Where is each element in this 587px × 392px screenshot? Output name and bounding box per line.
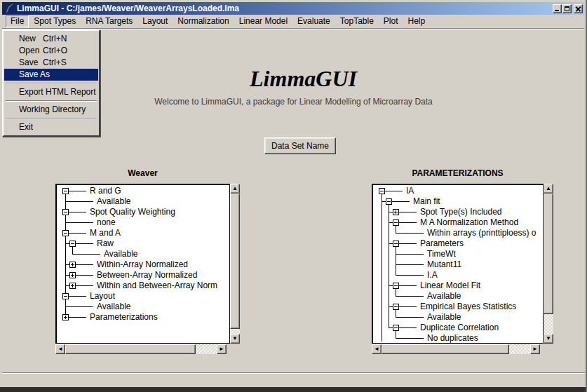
expand-box-icon[interactable]	[62, 314, 69, 320]
scroll-left-button[interactable]: ◄	[372, 344, 382, 354]
tree-item-within-array-normalized[interactable]: Within-Array Normalized	[97, 259, 188, 270]
tree-item-duplicate-correlation[interactable]: Duplicate Correlation	[420, 323, 499, 333]
collapse-box-icon[interactable]	[379, 188, 385, 194]
scrollbar-track[interactable]	[544, 314, 553, 334]
tree-item-ia[interactable]: IA	[406, 186, 414, 196]
collapse-box-icon[interactable]	[386, 198, 392, 205]
maximize-button[interactable]	[562, 4, 572, 13]
scrollbar-thumb[interactable]	[65, 344, 196, 354]
menubar-item-help[interactable]: Help	[403, 15, 431, 27]
collapse-box-icon[interactable]	[393, 283, 399, 289]
tree-item-parameterizations[interactable]: Parameterizations	[90, 312, 158, 323]
close-button[interactable]	[574, 4, 583, 13]
scroll-down-button[interactable]: ▼	[544, 334, 553, 344]
tree-connector-line	[385, 191, 403, 191]
tree-connector-line	[392, 201, 410, 202]
scrollbar-thumb[interactable]	[544, 194, 553, 314]
menu-item-save[interactable]: SaveCtrl+S	[4, 57, 98, 69]
collapse-box-icon[interactable]	[62, 188, 69, 194]
tree-item-linear-model-fit[interactable]: Linear Model Fit	[420, 281, 480, 291]
window-bottom-edge	[0, 387, 587, 392]
tree-item-i-a[interactable]: I.A	[427, 270, 438, 281]
collapse-box-icon[interactable]	[62, 230, 69, 236]
tree-item-m-a-normalization-method[interactable]: M A Normalization Method	[420, 217, 518, 228]
parameterizations-vertical-scrollbar[interactable]: ▲ ▼	[544, 184, 553, 344]
tree-item-available[interactable]: Available	[97, 196, 130, 207]
scroll-left-button[interactable]: ◄	[55, 344, 65, 354]
weaver-tree[interactable]: R and GAvailableSpot Quality Weightingno…	[55, 184, 230, 344]
collapse-box-icon[interactable]	[393, 325, 399, 331]
tree-connector-line	[69, 191, 86, 191]
tree-item-empirical-bayes-statistics[interactable]: Empirical Bayes Statistics	[420, 302, 516, 312]
scrollbar-track[interactable]	[196, 344, 217, 354]
tree-item-none[interactable]: none	[97, 217, 116, 228]
tree-item-available[interactable]: Available	[104, 249, 137, 259]
menu-item-new[interactable]: NewCtrl+N	[4, 33, 98, 45]
minimize-button[interactable]	[553, 4, 562, 13]
tree-item-raw[interactable]: Raw	[97, 238, 114, 249]
menubar-item-normalization[interactable]: Normalization	[173, 15, 234, 27]
tree-item-main-fit[interactable]: Main fit	[413, 196, 440, 207]
menu-item-exit[interactable]: Exit	[4, 121, 98, 133]
scroll-down-button[interactable]: ▼	[230, 334, 240, 344]
tree-item-within-arrays-printtiploess-o[interactable]: Within arrays (printtiploess) o	[427, 228, 536, 238]
tree-item-spot-quality-weighting[interactable]: Spot Quality Weighting	[90, 207, 175, 217]
scroll-up-button[interactable]: ▲	[230, 184, 240, 194]
tree-item-mutant11[interactable]: Mutant11	[427, 259, 461, 270]
weaver-horizontal-scrollbar[interactable]: ◄ ►	[55, 344, 227, 354]
title-bar[interactable]: LimmaGUI - C:/james/Weaver/WeaverArraysL…	[2, 2, 584, 15]
expand-box-icon[interactable]	[69, 283, 76, 289]
menubar-item-toptable[interactable]: TopTable	[335, 15, 379, 27]
menu-item-shortcut: Ctrl+N	[43, 33, 67, 45]
expand-box-icon[interactable]	[69, 262, 76, 268]
collapse-box-icon[interactable]	[393, 241, 399, 247]
tree-item-available[interactable]: Available	[427, 312, 461, 323]
tree-connector-line	[65, 222, 93, 223]
tree-item-layout[interactable]: Layout	[90, 291, 115, 302]
menu-item-label: Save	[19, 58, 38, 67]
menu-item-export-html-report[interactable]: Export HTML Report	[4, 86, 98, 98]
tree-item-available[interactable]: Available	[97, 302, 130, 312]
menu-item-save-as[interactable]: Save As	[4, 69, 98, 81]
tree-item-spot-type-s-included[interactable]: Spot Type(s) Included	[420, 207, 502, 217]
scrollbar-thumb[interactable]	[382, 344, 509, 354]
collapse-box-icon[interactable]	[69, 241, 76, 247]
tree-item-no-duplicates[interactable]: No duplicates	[427, 333, 478, 344]
menu-item-open[interactable]: OpenCtrl+O	[4, 45, 98, 57]
parameterizations-tree[interactable]: IAMain fitSpot Type(s) IncludedM A Norma…	[372, 184, 544, 344]
tree-item-available[interactable]: Available	[427, 291, 461, 302]
scrollbar-thumb[interactable]	[230, 194, 240, 329]
scroll-up-button[interactable]: ▲	[544, 184, 553, 194]
menubar-item-rna-targets[interactable]: RNA Targets	[81, 15, 137, 27]
collapse-box-icon[interactable]	[62, 293, 69, 299]
expand-box-icon[interactable]	[69, 272, 76, 278]
menu-item-label: Save As	[19, 69, 50, 79]
tree-item-timewt[interactable]: TimeWt	[427, 249, 456, 259]
tree-item-parameters[interactable]: Parameters	[420, 238, 464, 249]
collapse-box-icon[interactable]	[393, 219, 399, 226]
menubar-item-linear-model[interactable]: Linear Model	[234, 15, 292, 27]
tree-item-m-and-a[interactable]: M and A	[90, 228, 121, 238]
weaver-vertical-scrollbar[interactable]: ▲ ▼	[230, 184, 240, 344]
parameterizations-horizontal-scrollbar[interactable]: ◄ ►	[372, 344, 540, 354]
menu-item-working-directory[interactable]: Working Directory	[4, 104, 98, 116]
menubar-item-spot-types[interactable]: Spot Types	[29, 15, 81, 27]
scrollbar-track[interactable]	[509, 344, 530, 354]
tree-item-r-and-g[interactable]: R and G	[90, 186, 121, 196]
scroll-right-button[interactable]: ►	[530, 344, 540, 354]
collapse-box-icon[interactable]	[62, 209, 69, 215]
scrollbar-track[interactable]	[230, 329, 240, 334]
menubar-item-file[interactable]: File	[6, 15, 29, 27]
expand-box-icon[interactable]	[393, 209, 399, 215]
menubar-item-evaluate[interactable]: Evaluate	[292, 15, 335, 27]
menubar-item-layout[interactable]: Layout	[137, 15, 173, 27]
tree-item-within-and-between-array-norm[interactable]: Within and Between-Array Norm	[97, 281, 217, 291]
tree-connector-line	[399, 327, 417, 328]
collapse-box-icon[interactable]	[393, 304, 399, 310]
data-set-name-button[interactable]: Data Set Name	[264, 137, 336, 154]
menubar-item-plot[interactable]: Plot	[379, 15, 403, 27]
scroll-right-button[interactable]: ►	[217, 344, 227, 354]
menu-separator	[6, 83, 97, 84]
tk-feather-icon	[5, 4, 14, 14]
tree-item-between-array-normalized[interactable]: Between-Array Normalized	[97, 270, 197, 281]
